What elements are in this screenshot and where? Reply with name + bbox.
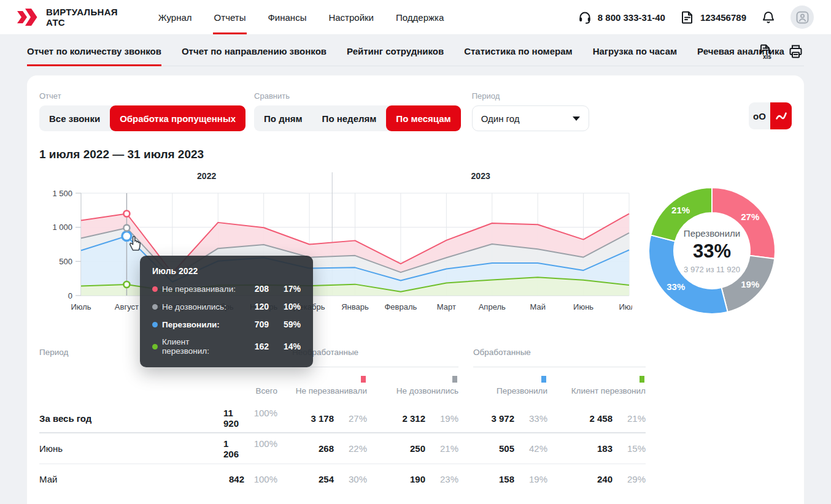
column-label: Перезвонили xyxy=(458,386,547,404)
segment-button[interactable]: По дням xyxy=(254,105,312,131)
report-filter-label: Отчет xyxy=(39,91,245,101)
period-select-value: Один год xyxy=(481,113,520,124)
svg-text:0: 0 xyxy=(68,291,72,300)
top-navigation: ВИРТУАЛЬНАЯАТС ЖурналОтчетыФинансыНастро… xyxy=(0,0,831,35)
series-dot-icon xyxy=(152,304,158,310)
brand-name: ВИРТУАЛЬНАЯАТС xyxy=(46,7,118,28)
profile-icon xyxy=(796,11,809,24)
compare-filter-label: Сравнить xyxy=(254,91,461,101)
segment-button[interactable]: Обработка пропущенных xyxy=(110,105,245,131)
column-color-swatch xyxy=(452,376,457,383)
row-period: За весь год xyxy=(39,413,223,424)
column-label: Всего xyxy=(223,386,277,404)
report-type-segmented: Все звонкиОбработка пропущенных xyxy=(39,105,245,131)
table-row[interactable]: Июнь1 206100%26822%25021%50542%18315% xyxy=(39,433,646,464)
svg-text:Апрель: Апрель xyxy=(479,302,506,311)
table-row[interactable]: Май842100%25430%19023%15819%24029% xyxy=(39,464,646,494)
row-metric-cell: 15819% xyxy=(458,474,547,484)
headset-icon xyxy=(578,10,592,25)
row-metric-cell: 24029% xyxy=(547,474,646,484)
row-metric-cell: 26822% xyxy=(277,443,367,454)
table-header: Период Необработанные Обработанные xyxy=(39,348,646,367)
stacked-area-chart[interactable]: 05001 0001 50020222023ИюльАвгустСентябрь… xyxy=(39,169,632,329)
row-metric-cell: 3 17827% xyxy=(277,413,367,424)
contract-icon xyxy=(680,10,695,25)
series-dot-icon xyxy=(152,286,158,292)
nav-item-active[interactable]: Отчеты xyxy=(214,0,246,34)
bar-chart-icon: oO xyxy=(753,111,766,121)
segment-button[interactable]: Все звонки xyxy=(39,105,110,131)
table-row[interactable]: За весь год11 920100%3 17827%2 31219%3 9… xyxy=(39,404,646,433)
brand-logo-icon xyxy=(17,7,40,28)
report-tabs-row: Отчет по количеству звонковОтчет по напр… xyxy=(27,46,804,66)
svg-text:xls: xls xyxy=(763,53,771,60)
donut-slice-label: 27% xyxy=(741,212,759,222)
row-metric-cell: 11 920100% xyxy=(223,408,277,429)
row-metric-cell: 1 206100% xyxy=(223,438,277,459)
column-labels-row: ВсегоНе перезванивалиНе дозвонилисьПерез… xyxy=(39,386,646,404)
row-metric-cell: 3 97233% xyxy=(458,413,547,424)
donut-slice[interactable] xyxy=(712,188,775,259)
tooltip-row: Клиент перезвонил:16214% xyxy=(152,337,301,356)
donut-chart[interactable]: 27%19%33%21% Перезвонили 33% 3 972 из 11… xyxy=(647,186,777,316)
segment-button[interactable]: По месяцам xyxy=(386,105,460,131)
svg-text:Июль: Июль xyxy=(71,302,91,311)
segment-button[interactable]: По неделям xyxy=(312,105,387,131)
report-tab[interactable]: Нагрузка по часам xyxy=(593,46,677,56)
export-xls-icon[interactable]: xls xyxy=(757,44,774,60)
column-label: Не дозвонились xyxy=(367,386,458,404)
series-dot-icon xyxy=(152,322,158,327)
line-view-button[interactable] xyxy=(770,102,792,129)
report-card: Отчет Все звонкиОбработка пропущенных Ср… xyxy=(27,75,804,504)
report-tabs: Отчет по количеству звонковОтчет по напр… xyxy=(27,46,804,66)
nav-item-link[interactable]: Поддержка xyxy=(396,0,444,34)
svg-text:Февраль: Февраль xyxy=(384,302,417,311)
nav-item-link[interactable]: Журнал xyxy=(158,0,192,34)
column-color-swatch xyxy=(640,376,644,383)
report-tab[interactable]: Отчет по направлению звонков xyxy=(182,46,327,56)
bar-view-button[interactable]: oO xyxy=(749,102,770,129)
period-select[interactable]: Один год xyxy=(472,105,589,131)
row-metric-cell: 19023% xyxy=(367,474,458,484)
report-tab[interactable]: Отчет по количеству звонков xyxy=(27,46,161,56)
donut-chart-svg: 27%19%33%21% xyxy=(647,186,777,316)
tooltip-row: Перезвонили:70959% xyxy=(152,319,301,329)
svg-text:2023: 2023 xyxy=(471,171,490,181)
svg-text:1 000: 1 000 xyxy=(52,223,72,232)
nav-item-link[interactable]: Финансы xyxy=(268,0,306,34)
table-body: За весь год11 920100%3 17827%2 31219%3 9… xyxy=(39,404,646,494)
notifications-bell-icon[interactable] xyxy=(761,10,776,25)
tooltip-title: Июль 2022 xyxy=(152,266,301,276)
svg-text:Январь: Январь xyxy=(341,302,369,311)
svg-text:Март: Март xyxy=(437,302,456,311)
svg-text:Май: Май xyxy=(530,302,545,311)
chart-tooltip: Июль 2022 Не перезванивали:20817%Не дозв… xyxy=(140,256,313,367)
row-metric-cell: 25021% xyxy=(367,443,458,454)
report-table: Период Необработанные Обработанные Всего… xyxy=(39,348,646,494)
period-filter-label: Период xyxy=(472,91,589,101)
print-icon[interactable] xyxy=(787,44,804,60)
account-number[interactable]: 123456789 xyxy=(680,10,746,25)
tooltip-row: Не дозвонились:12010% xyxy=(152,302,301,311)
donut-slice[interactable] xyxy=(649,235,728,314)
svg-text:Июль: Июль xyxy=(619,302,632,311)
row-metric-cell: 2 31219% xyxy=(367,413,458,424)
donut-slice-label: 21% xyxy=(671,205,690,215)
row-metric-cell: 18315% xyxy=(547,443,646,454)
report-tab[interactable]: Статистика по номерам xyxy=(464,46,572,56)
chart-zone: 05001 0001 50020222023ИюльАвгустСентябрь… xyxy=(39,169,792,329)
brand-logo[interactable]: ВИРТУАЛЬНАЯАТС xyxy=(17,0,118,34)
nav-item-link[interactable]: Настройки xyxy=(328,0,374,34)
row-metric-cell: 50542% xyxy=(458,443,547,454)
donut-slice-label: 33% xyxy=(667,281,685,292)
user-avatar[interactable] xyxy=(790,6,814,29)
account-number-value: 123456789 xyxy=(700,12,746,23)
donut-slice-label: 19% xyxy=(741,279,759,289)
report-tab[interactable]: Рейтинг сотрудников xyxy=(347,46,444,56)
svg-text:2022: 2022 xyxy=(197,171,216,181)
column-color-swatch xyxy=(541,376,546,383)
support-phone[interactable]: 8 800 333-31-40 xyxy=(578,10,665,25)
row-metric-cell: 842100% xyxy=(223,474,277,484)
column-label: Клиент перезвонил xyxy=(547,386,646,404)
svg-text:Август: Август xyxy=(115,302,139,311)
